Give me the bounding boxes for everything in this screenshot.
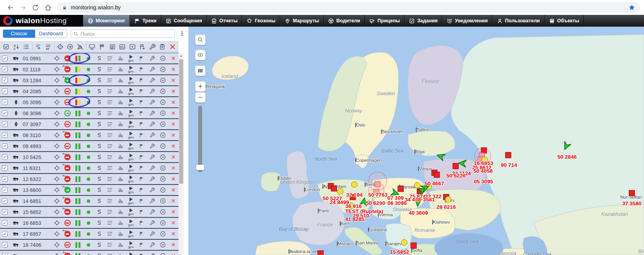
toolbar-sat-off-icon[interactable] [75, 42, 86, 51]
quick-messages-icon[interactable] [104, 198, 115, 204]
quick-report-icon[interactable] [115, 132, 126, 138]
send-command-gprs-icon[interactable]: gprs [126, 241, 136, 249]
unit-checkbox[interactable]: ✓ [2, 67, 7, 72]
unit-checkbox[interactable]: ✓ [2, 110, 7, 116]
remove-from-list-icon[interactable]: ✕ [168, 88, 179, 94]
quick-report-icon[interactable] [115, 220, 126, 226]
unit-properties-wrench-icon[interactable] [147, 67, 157, 72]
unit-marker-arrow[interactable] [457, 158, 467, 168]
unit-list-scrollbar[interactable]: ▲ [179, 53, 184, 255]
quick-report-icon[interactable] [115, 121, 126, 127]
events-registrar-flag-icon[interactable] [136, 220, 147, 226]
quick-track-icon[interactable] [94, 176, 104, 182]
actions-menu-icon[interactable] [157, 165, 168, 171]
send-command-gprs-icon[interactable]: gprs [126, 175, 136, 183]
quick-report-icon[interactable] [115, 89, 126, 94]
quick-track-icon[interactable] [94, 165, 104, 171]
unit-map-label[interactable]: 15 6852 [390, 249, 409, 255]
unit-map-label[interactable]: 3581 [423, 197, 435, 203]
actions-menu-icon[interactable] [157, 253, 168, 255]
events-registrar-flag-icon[interactable] [136, 89, 147, 94]
unit-checkbox[interactable]: ✓ [2, 242, 7, 248]
quick-report-icon[interactable] [115, 231, 126, 237]
unit-row[interactable]: ✓14 6851gprs✕ [0, 196, 179, 206]
unit-map-label[interactable]: 41 8285 [345, 216, 365, 222]
actions-menu-icon[interactable] [157, 242, 168, 248]
unit-checkbox[interactable]: ✓ [2, 132, 7, 138]
unit-row[interactable]: ✓gprs✕ [0, 251, 179, 255]
unit-checkbox[interactable]: ✓ [2, 176, 7, 182]
send-command-gprs-icon[interactable]: gprs [126, 197, 136, 205]
toolbar-sort-az-icon[interactable]: AZ [11, 42, 22, 51]
quick-report-icon[interactable] [115, 165, 126, 171]
quick-report-icon[interactable] [115, 143, 126, 149]
unit-marker-square[interactable] [331, 186, 337, 192]
unit-map-label[interactable]: 32 194 [346, 192, 362, 198]
map-control-map-layers-button[interactable] [195, 65, 206, 76]
quick-track-icon[interactable] [94, 88, 104, 94]
show-on-map-icon[interactable] [51, 143, 62, 149]
unit-checkbox[interactable]: ✓ [2, 198, 7, 204]
quick-messages-icon[interactable] [104, 67, 115, 72]
quick-messages-icon[interactable] [104, 231, 115, 237]
unit-row[interactable]: ✓12 6322gprs✕ [0, 174, 179, 184]
toolbar-add-lines-icon[interactable] [33, 42, 44, 51]
unit-checkbox[interactable]: ✓ [2, 89, 7, 94]
quick-track-icon[interactable] [94, 187, 104, 193]
toolbar-flag-add-icon[interactable] [137, 42, 148, 51]
show-on-map-icon[interactable] [51, 132, 62, 138]
toolbar-message-window-icon[interactable] [107, 42, 117, 51]
show-on-map-icon[interactable] [51, 66, 62, 72]
unit-properties-wrench-icon[interactable] [147, 89, 157, 94]
unit-checkbox[interactable]: ✓ [2, 121, 7, 127]
unit-row[interactable]: ✓02 1118gprs✕ [0, 64, 179, 74]
show-on-map-icon[interactable] [51, 121, 62, 127]
quick-messages-icon[interactable] [104, 89, 115, 94]
unit-map-label[interactable]: 50 2846 [558, 154, 577, 160]
quick-track-icon[interactable] [94, 143, 104, 149]
quick-messages-icon[interactable] [104, 242, 115, 248]
address-bar[interactable]: monitoring.wialon.by [57, 2, 640, 13]
show-on-map-icon[interactable] [51, 165, 62, 171]
unit-map-label[interactable]: 40 3609 [409, 210, 428, 216]
remove-from-list-icon[interactable]: ✕ [168, 110, 179, 116]
events-registrar-flag-icon[interactable] [136, 143, 147, 149]
nav-item-flag-checkered[interactable]: Треки [130, 15, 161, 27]
events-registrar-flag-icon[interactable] [136, 56, 147, 61]
unit-checkbox[interactable]: ✓ [2, 78, 7, 83]
nav-item-globe[interactable]: Мониторинг [83, 15, 130, 27]
show-on-map-icon[interactable] [51, 55, 62, 61]
quick-track-icon[interactable] [94, 154, 104, 160]
events-registrar-flag-icon[interactable] [136, 132, 147, 138]
bookmark-star-icon[interactable] [628, 4, 635, 11]
actions-menu-icon[interactable] [157, 154, 168, 160]
unit-marker-square[interactable] [411, 243, 417, 249]
send-command-gprs-icon[interactable]: gprs [126, 230, 136, 238]
unit-map-label[interactable]: 50 4058 [474, 168, 493, 174]
unit-row[interactable]: ✓16 6853gprs✕ [0, 218, 179, 228]
remove-from-list-icon[interactable]: ✕ [168, 132, 179, 138]
unit-properties-wrench-icon[interactable] [147, 187, 157, 193]
remove-from-list-icon[interactable]: ✕ [168, 176, 179, 182]
quick-track-icon[interactable] [94, 253, 104, 255]
send-command-gprs-icon[interactable]: gprs [126, 55, 136, 62]
quick-messages-icon[interactable] [104, 253, 115, 255]
quick-track-icon[interactable] [94, 99, 104, 105]
remove-from-list-icon[interactable]: ✕ [168, 99, 179, 105]
actions-menu-icon[interactable] [157, 66, 168, 72]
events-registrar-flag-icon[interactable] [136, 253, 147, 255]
unit-properties-wrench-icon[interactable] [147, 209, 157, 215]
unit-map-label[interactable]: 50 5226 [447, 173, 466, 179]
quick-messages-icon[interactable] [104, 78, 115, 83]
events-registrar-flag-icon[interactable] [136, 231, 147, 237]
unit-map-label[interactable]: 50 7763 [369, 192, 388, 198]
events-registrar-flag-icon[interactable] [136, 209, 147, 215]
unit-row[interactable]: ✓18 7406gprs✕ [0, 240, 179, 250]
remove-from-list-icon[interactable]: ✕ [168, 154, 179, 160]
quick-track-icon[interactable] [94, 209, 104, 215]
send-command-gprs-icon[interactable]: gprs [126, 154, 136, 161]
events-registrar-flag-icon[interactable] [136, 154, 147, 160]
unit-properties-wrench-icon[interactable] [147, 154, 157, 160]
show-on-map-icon[interactable] [51, 253, 62, 255]
remove-from-list-icon[interactable]: ✕ [168, 165, 179, 171]
